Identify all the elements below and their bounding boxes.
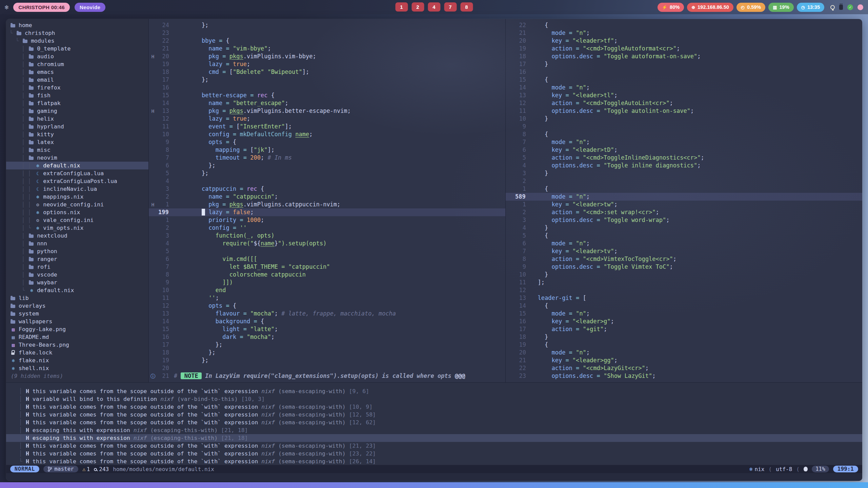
- tree-item-extraConfigLuaPost.lua[interactable]: │ │ ☾extraConfigLuaPost.lua: [6, 177, 148, 185]
- tree-item-overlays[interactable]: overlays: [6, 302, 148, 310]
- status-pill-globe[interactable]: ⊕192.168.86.50: [687, 3, 733, 12]
- tree-item-README.md[interactable]: ▤README.md: [6, 333, 148, 341]
- editor-left-pane[interactable]: 24 };2322 bbye = {21 name = "vim-bbye";H…: [148, 19, 506, 382]
- code-line[interactable]: 6 mode = "n";: [506, 240, 862, 247]
- code-line[interactable]: 8 colorscheme catppuccin: [149, 271, 505, 279]
- tree-item-waybar[interactable]: │ waybar: [6, 279, 148, 286]
- tree-item-hyprland[interactable]: │ hyprland: [6, 123, 148, 130]
- tree-item-flake.nix[interactable]: ❄flake.nix: [6, 357, 148, 364]
- tree-item-firefox[interactable]: │ firefox: [6, 84, 148, 92]
- code-line[interactable]: 21 name = "vim-bbye";: [149, 45, 505, 53]
- diagnostic-item[interactable]: └ H this variable comes from the scope o…: [6, 458, 862, 465]
- code-line[interactable]: 11 event = ["InsertEnter"];: [149, 123, 505, 130]
- code-line[interactable]: 23: [149, 29, 505, 37]
- code-line[interactable]: 11 options.desc = "Toggle autolint-on-sa…: [506, 107, 862, 115]
- tree-item-extraConfigLua.lua[interactable]: │ │ ☾extraConfigLua.lua: [6, 169, 148, 177]
- code-line[interactable]: 1 priority = 1000;: [149, 216, 505, 224]
- code-line[interactable]: 18 cmd = ["Bdelete" "Bwipeout"];: [149, 68, 505, 76]
- code-line[interactable]: 4 require("${name}").setup(opts): [149, 240, 505, 247]
- code-line[interactable]: 2 config = '': [149, 224, 505, 232]
- tree-item-neovide_config.ini[interactable]: │ │ ⚙neovide_config.ini: [6, 201, 148, 208]
- tree-item-neovim[interactable]: │ neovim: [6, 154, 148, 162]
- code-line[interactable]: 21 mode = "n";: [506, 29, 862, 37]
- tree-item-Foggy-Lake.png[interactable]: ▨Foggy-Lake.png: [6, 325, 148, 333]
- tree-item-misc[interactable]: │ misc: [6, 146, 148, 154]
- code-line[interactable]: 12 opts = {: [149, 302, 505, 310]
- code-line[interactable]: 589 mode = "n";: [506, 193, 862, 201]
- workspace-badge-4[interactable]: 4: [428, 2, 440, 12]
- status-pill-clock[interactable]: ◷13:35: [797, 3, 824, 12]
- code-line[interactable]: 18 }: [506, 333, 862, 341]
- diagnostic-item[interactable]: │ H escaping this with expression nixf (…: [6, 426, 862, 434]
- code-line[interactable]: 7 timeout = 200; # In ms: [149, 154, 505, 162]
- code-line[interactable]: 17 };: [149, 76, 505, 84]
- code-line[interactable]: 9 opts = {: [149, 138, 505, 146]
- tree-item-Three-Bears.png[interactable]: ▨Three-Bears.png: [6, 341, 148, 349]
- diagnostic-item[interactable]: │ H this variable comes from the scope o…: [6, 387, 862, 395]
- plug-icon[interactable]: [839, 5, 843, 10]
- tree-item-email[interactable]: │ email: [6, 76, 148, 84]
- status-pill-cpu[interactable]: ◴0.59%: [736, 3, 765, 12]
- status-pill-ram[interactable]: ▥19%: [768, 3, 793, 12]
- code-line[interactable]: 3 catppuccin = rec {: [149, 185, 505, 193]
- tree-item-vscode[interactable]: │ vscode: [6, 271, 148, 279]
- code-line[interactable]: H20 pkg = pkgs.vimPlugins.vim-bbye;: [149, 53, 505, 60]
- tree-item-vim_opts.nix[interactable]: │ ╰ ❄vim_opts.nix: [6, 224, 148, 232]
- code-line[interactable]: 3 function(_, opts): [149, 232, 505, 240]
- tree-item-audio[interactable]: │ audio: [6, 53, 148, 60]
- code-line[interactable]: 10 }: [506, 115, 862, 123]
- code-line[interactable]: 15 mode = "n";: [506, 310, 862, 318]
- code-line[interactable]: 8 action = "<cmd>VimtexTocToggle<cr>";: [506, 255, 862, 263]
- tree-item-emacs[interactable]: │ emacs: [6, 68, 148, 76]
- command-line[interactable]: [6, 473, 862, 481]
- tree-item-chromium[interactable]: │ chromium: [6, 60, 148, 68]
- code-line[interactable]: 8 mapping = ["jk"];: [149, 146, 505, 154]
- code-line[interactable]: 23 options.desc = "Show LazyGit";: [506, 372, 862, 380]
- code-line[interactable]: 13 key = "<leader>tl";: [506, 92, 862, 99]
- tree-item-system[interactable]: system: [6, 310, 148, 318]
- status-pill-battery[interactable]: ⚡80%: [658, 3, 684, 12]
- tree-item-helix[interactable]: │ helix: [6, 115, 148, 123]
- code-line[interactable]: 5 action = "<cmd>ToggleInlineDiagnostics…: [506, 154, 862, 162]
- code-line[interactable]: 7 key = "<leader>tv";: [506, 247, 862, 255]
- workspace-badge-2[interactable]: 2: [411, 2, 424, 12]
- code-line[interactable]: 3 }: [506, 169, 862, 177]
- code-line[interactable]: 16: [506, 68, 862, 76]
- tree-item-flatpak[interactable]: │ flatpak: [6, 99, 148, 107]
- code-line[interactable]: 5 };: [149, 169, 505, 177]
- diagnostic-item[interactable]: │ H variable will bind to this definitio…: [6, 395, 862, 403]
- code-line[interactable]: 14 {: [506, 302, 862, 310]
- code-line[interactable]: 19 action = "<cmd>ToggleAutoformat<cr>";: [506, 45, 862, 53]
- diagnostic-item[interactable]: │ H escaping this with expression nixf (…: [6, 434, 862, 442]
- code-line[interactable]: 20 key = "<leader>tf";: [506, 37, 862, 45]
- code-line[interactable]: 4: [149, 177, 505, 185]
- code-line[interactable]: 19 };: [149, 357, 505, 364]
- tree-item-wallpapers[interactable]: wallpapers: [6, 318, 148, 325]
- code-line[interactable]: 4 options.desc = "Toggle inline diagnost…: [506, 162, 862, 169]
- tree-item-lib[interactable]: lib: [6, 294, 148, 302]
- workspace-badge-1[interactable]: 1: [395, 2, 408, 12]
- tree-item-inclineNavic.lua[interactable]: │ │ ☾inclineNavic.lua: [6, 185, 148, 193]
- tree-item-flake.lock[interactable]: flake.lock: [6, 349, 148, 357]
- tree-item-python[interactable]: │ python: [6, 247, 148, 255]
- tree-item-kitty[interactable]: │ kitty: [6, 130, 148, 138]
- code-line[interactable]: 20: [149, 364, 505, 372]
- tree-item-fish[interactable]: │ fish: [6, 92, 148, 99]
- editor-right-pane[interactable]: 22 {21 mode = "n";20 key = "<leader>tf";…: [506, 19, 862, 382]
- code-line[interactable]: 18 options.desc = "Toggle autoformat-on-…: [506, 53, 862, 60]
- code-line[interactable]: 12 lazy = true;: [149, 115, 505, 123]
- code-line[interactable]: 8 {: [506, 130, 862, 138]
- code-line[interactable]: 7 mode = "n";: [506, 138, 862, 146]
- git-branch[interactable]: master: [43, 466, 78, 472]
- code-line[interactable]: 22 bbye = {: [149, 37, 505, 45]
- tree-item-mappings.nix[interactable]: │ │ ❄mappings.nix: [6, 193, 148, 201]
- tree-item-shell.nix[interactable]: ❄shell.nix: [6, 364, 148, 372]
- tree-item-default.nix[interactable]: ╰ ❄default.nix: [6, 286, 148, 294]
- code-line[interactable]: 16: [149, 84, 505, 92]
- tree-item-default.nix[interactable]: │ │ ❄default.nix: [6, 162, 148, 169]
- code-line[interactable]: 12 action = "<cmd>ToggleAutoLint<cr>";: [506, 99, 862, 107]
- code-line[interactable]: 24 };: [149, 21, 505, 29]
- code-line[interactable]: 15 light = "latte";: [149, 325, 505, 333]
- code-line[interactable]: 10 config = mkDefaultConfig name;: [149, 130, 505, 138]
- code-line[interactable]: 11 ];: [506, 279, 862, 286]
